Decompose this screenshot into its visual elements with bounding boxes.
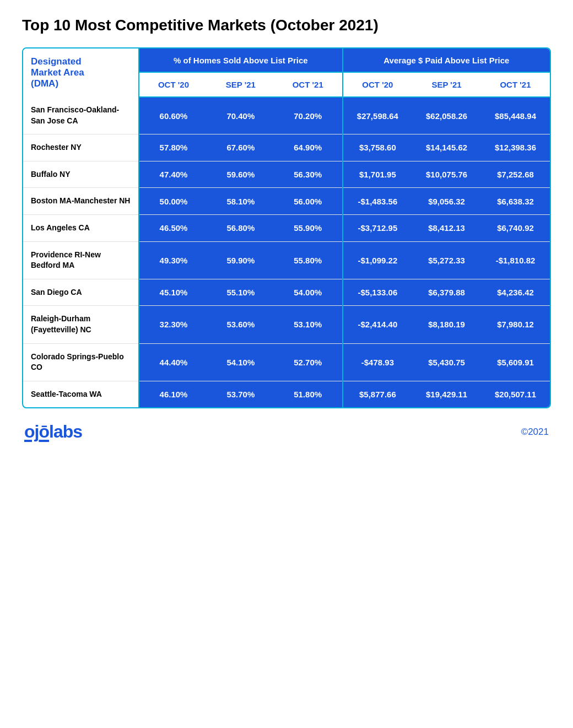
data-cell: -$1,483.56 <box>343 188 412 215</box>
data-cell: 70.40% <box>208 97 274 134</box>
data-table: DesignatedMarket Area(DMA) % of Homes So… <box>23 48 550 407</box>
dma-cell: San Diego CA <box>23 279 139 306</box>
dma-cell: Boston MA-Manchester NH <box>23 188 139 215</box>
data-cell: $9,056.32 <box>412 188 481 215</box>
data-cell: 44.40% <box>139 343 208 381</box>
table-row: Boston MA-Manchester NH50.00%58.10%56.00… <box>23 188 550 215</box>
data-cell: $3,758.60 <box>343 134 412 161</box>
data-cell: 46.50% <box>139 214 208 241</box>
data-cell: $14,145.62 <box>412 134 481 161</box>
dma-cell: Rochester NY <box>23 134 139 161</box>
data-cell: 46.10% <box>139 381 208 407</box>
data-cell: $7,980.12 <box>481 306 550 343</box>
table-row: Rochester NY57.80%67.60%64.90%$3,758.60$… <box>23 134 550 161</box>
dma-cell: Colorado Springs-Pueblo CO <box>23 343 139 381</box>
sub-col-3: OCT '21 <box>293 80 323 89</box>
dma-cell: Seattle-Tacoma WA <box>23 381 139 407</box>
copyright: ©2021 <box>521 427 549 438</box>
data-cell: $7,252.68 <box>481 161 550 188</box>
data-cell: 50.00% <box>139 188 208 215</box>
footer: ojōlabs ©2021 <box>22 422 551 442</box>
main-table-wrapper: DesignatedMarket Area(DMA) % of Homes So… <box>22 47 551 408</box>
data-cell: 59.90% <box>208 241 274 279</box>
data-cell: $5,877.66 <box>343 381 412 407</box>
data-cell: 49.30% <box>139 241 208 279</box>
data-cell: 57.80% <box>139 134 208 161</box>
data-cell: -$478.93 <box>343 343 412 381</box>
data-cell: $10,075.76 <box>412 161 481 188</box>
data-cell: -$1,099.22 <box>343 241 412 279</box>
logo-text: ojōlabs <box>24 422 82 442</box>
group-paid-label: Average $ Paid Above List Price <box>383 56 509 65</box>
sub-col-1: OCT '20 <box>158 80 189 89</box>
data-cell: $6,638.32 <box>481 188 550 215</box>
data-cell: -$1,810.82 <box>481 241 550 279</box>
data-cell: $5,430.75 <box>412 343 481 381</box>
data-cell: -$2,414.40 <box>343 306 412 343</box>
table-row: Providence RI-New Bedford MA49.30%59.90%… <box>23 241 550 279</box>
logo: ojōlabs <box>24 422 82 442</box>
data-cell: 70.20% <box>274 97 343 134</box>
dma-header-label: DesignatedMarket Area(DMA) <box>31 56 84 89</box>
data-cell: $62,058.26 <box>412 97 481 134</box>
sub-col-2: SEP '21 <box>226 80 256 89</box>
data-cell: 53.10% <box>274 306 343 343</box>
data-cell: $6,379.88 <box>412 279 481 306</box>
data-cell: 67.60% <box>208 134 274 161</box>
table-row: Buffalo NY47.40%59.60%56.30%$1,701.95$10… <box>23 161 550 188</box>
data-cell: 54.10% <box>208 343 274 381</box>
dma-cell: Providence RI-New Bedford MA <box>23 241 139 279</box>
data-cell: 47.40% <box>139 161 208 188</box>
group-header-row: DesignatedMarket Area(DMA) % of Homes So… <box>23 48 550 72</box>
data-cell: 55.10% <box>208 279 274 306</box>
data-cell: $5,609.91 <box>481 343 550 381</box>
data-cell: 56.00% <box>274 188 343 215</box>
data-cell: $4,236.42 <box>481 279 550 306</box>
sub-col-5: SEP '21 <box>431 80 461 89</box>
sub-col-4: OCT '20 <box>362 80 393 89</box>
data-cell: 45.10% <box>139 279 208 306</box>
table-row: Raleigh-Durham (Fayetteville) NC32.30%53… <box>23 306 550 343</box>
table-row: San Francisco-Oakland-San Jose CA60.60%7… <box>23 97 550 134</box>
data-cell: 55.90% <box>274 214 343 241</box>
data-cell: $6,740.92 <box>481 214 550 241</box>
dma-cell: San Francisco-Oakland-San Jose CA <box>23 97 139 134</box>
data-cell: 60.60% <box>139 97 208 134</box>
data-cell: $8,180.19 <box>412 306 481 343</box>
sub-col-6: OCT '21 <box>500 80 531 89</box>
data-cell: 53.60% <box>208 306 274 343</box>
data-cell: $85,448.94 <box>481 97 550 134</box>
data-cell: 58.10% <box>208 188 274 215</box>
data-cell: 52.70% <box>274 343 343 381</box>
data-cell: 55.80% <box>274 241 343 279</box>
data-cell: $8,412.13 <box>412 214 481 241</box>
data-cell: $1,701.95 <box>343 161 412 188</box>
group-sold-label: % of Homes Sold Above List Price <box>174 56 308 65</box>
data-cell: $5,272.33 <box>412 241 481 279</box>
table-row: Seattle-Tacoma WA46.10%53.70%51.80%$5,87… <box>23 381 550 407</box>
data-cell: 54.00% <box>274 279 343 306</box>
data-cell: 56.80% <box>208 214 274 241</box>
table-row: Colorado Springs-Pueblo CO44.40%54.10%52… <box>23 343 550 381</box>
page-title: Top 10 Most Competitive Markets (October… <box>22 17 551 34</box>
table-row: Los Angeles CA46.50%56.80%55.90%-$3,712.… <box>23 214 550 241</box>
data-cell: 32.30% <box>139 306 208 343</box>
data-cell: $27,598.64 <box>343 97 412 134</box>
table-row: San Diego CA45.10%55.10%54.00%-$5,133.06… <box>23 279 550 306</box>
data-cell: 51.80% <box>274 381 343 407</box>
dma-cell: Buffalo NY <box>23 161 139 188</box>
data-cell: -$5,133.06 <box>343 279 412 306</box>
dma-cell: Los Angeles CA <box>23 214 139 241</box>
data-cell: 64.90% <box>274 134 343 161</box>
data-cell: 56.30% <box>274 161 343 188</box>
data-cell: $12,398.36 <box>481 134 550 161</box>
data-cell: 53.70% <box>208 381 274 407</box>
data-cell: -$3,712.95 <box>343 214 412 241</box>
data-cell: $19,429.11 <box>412 381 481 407</box>
dma-cell: Raleigh-Durham (Fayetteville) NC <box>23 306 139 343</box>
data-cell: 59.60% <box>208 161 274 188</box>
data-cell: $20,507.11 <box>481 381 550 407</box>
